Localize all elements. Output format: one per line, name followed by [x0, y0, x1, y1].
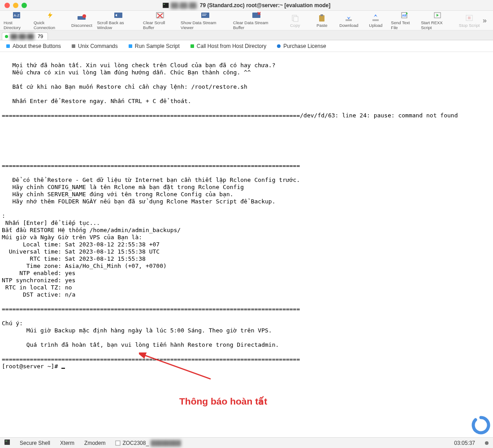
document-icon: [115, 440, 121, 446]
term-line: Hãy chỉnh CONFIG_NAME là tên Rclone mà b…: [2, 184, 244, 190]
download-button[interactable]: Download: [335, 13, 362, 29]
scroll-back-window-button[interactable]: Scroll Back as Window: [95, 10, 141, 31]
tab-label: 79: [38, 34, 43, 39]
window-titlebar: ██.██.██.79 (Standard.zoc) root@server:~…: [0, 0, 493, 11]
quicklinks-bar: About these Buttons Unix Commands Run Sa…: [0, 40, 493, 52]
traffic-lights: [0, 3, 27, 8]
run-sample-script-link[interactable]: Run Sample Script: [129, 43, 180, 49]
status-session: ZOC2308_████████: [115, 440, 181, 446]
svg-rect-14: [202, 14, 207, 14]
tab-host-blur: ██.██.██.: [10, 34, 35, 39]
paste-button[interactable]: Paste: [308, 13, 335, 29]
start-rexx-button[interactable]: Start REXX Script: [419, 10, 456, 31]
send-text-file-button[interactable]: AB Send Text File: [389, 10, 419, 31]
svg-text:AB: AB: [402, 14, 407, 17]
recaptcha-badge: [471, 416, 490, 435]
term-line: Nếu chưa có xin vui lòng làm đúng hướng …: [2, 69, 251, 76]
term-line: Time zone: Asia/Ho_Chi_Minh (+07, +0700): [2, 263, 167, 269]
quicklink-label: Unix Commands: [78, 43, 118, 49]
term-prompt: [root@server ~]#: [2, 363, 61, 370]
status-icon: [4, 439, 10, 446]
svg-rect-35: [4, 439, 10, 445]
quicklink-label: About these Buttons: [13, 43, 61, 49]
stop-script-button[interactable]: Stop Script: [456, 13, 483, 29]
term-line: Quá trình đã hoàn tất, bạn vui lòng tiến…: [2, 341, 279, 348]
toolbar-overflow-button[interactable]: »: [483, 17, 491, 25]
term-line: ========================================…: [2, 306, 300, 312]
svg-rect-2: [164, 4, 165, 4]
terminal-output[interactable]: Mọi thứ đã hoàn tất. Xin vui lòng check …: [0, 52, 493, 428]
toolbar-label: Start REXX Script: [421, 20, 454, 30]
term-line: Múi giờ Backup mặc định hàng ngày là lúc…: [2, 327, 272, 334]
session-tab[interactable]: ██.██.██.79: [2, 32, 48, 40]
session-tabstrip: ██.██.██.79: [0, 30, 493, 40]
term-line: Hãy nhớ thêm FOLDER NGÀY nếu bạn đã sử d…: [2, 198, 275, 205]
svg-rect-20: [294, 17, 298, 22]
maximize-window-button[interactable]: [22, 3, 27, 8]
clear-scroll-buffer-button[interactable]: Clear Scroll Buffer: [141, 10, 179, 31]
toolbar-label: Send Text File: [391, 20, 417, 30]
host-directory-button[interactable]: A-Z Host Directory: [2, 10, 32, 31]
minimize-window-button[interactable]: [13, 3, 18, 8]
toolbar-label: Paste: [316, 23, 327, 28]
svg-marker-5: [48, 12, 52, 18]
term-line: NTP enabled: yes: [2, 270, 75, 276]
svg-rect-37: [116, 441, 120, 445]
status-emulation: Xterm: [60, 440, 74, 446]
unix-commands-link[interactable]: Unix Commands: [72, 43, 118, 49]
connection-status-icon: [5, 35, 8, 38]
toolbar-label: Host Directory: [4, 20, 30, 30]
purchase-license-link[interactable]: Purchase License: [277, 43, 326, 49]
clear-stream-icon: [251, 11, 261, 20]
session-blur: ████████: [151, 440, 181, 446]
term-line: Bất cứ khi nào Bạn muốn Restore chỉ cần …: [2, 83, 247, 90]
svg-rect-23: [346, 19, 352, 21]
square-icon: [6, 44, 10, 48]
copy-icon: [290, 13, 300, 22]
quick-connection-button[interactable]: Quick Connection: [32, 10, 68, 31]
upload-button[interactable]: Upload: [362, 13, 389, 29]
main-toolbar: A-Z Host Directory Quick Connection Disc…: [0, 11, 493, 30]
stop-icon: [464, 13, 474, 22]
term-line: Chú ý:: [2, 320, 23, 327]
circle-icon: [277, 44, 281, 48]
term-line: RTC time: Sat 2023-08-12 15:55:38: [2, 255, 146, 262]
svg-rect-21: [319, 15, 324, 22]
term-line: Nhấn Enter để Restore ngay. Nhấn CTRL + …: [2, 98, 191, 104]
toolbar-label: Clear Data Stream Buffer: [233, 20, 280, 30]
terminal-icon: [163, 3, 169, 8]
disconnect-icon: [77, 13, 86, 22]
annotation-text: Thông báo hoàn tất: [179, 398, 267, 405]
svg-rect-33: [468, 17, 471, 19]
download-icon: [344, 13, 354, 22]
square-icon: [190, 44, 194, 48]
lightning-icon: [45, 11, 55, 20]
cursor: [61, 368, 65, 369]
call-host-link[interactable]: Call Host from Host Directory: [190, 43, 266, 49]
term-line: RTC in local TZ: no: [2, 284, 72, 291]
term-line: Nhấn [Enter] để tiếp tục...: [2, 220, 100, 226]
square-icon: [129, 44, 132, 48]
term-line: Hãy chỉnh SERVER_NAME đúng với tên trong…: [2, 191, 234, 198]
clear-data-stream-button[interactable]: Clear Data Stream Buffer: [231, 10, 281, 31]
term-line: Để có thể Restore - Get dữ liệu từ Inter…: [2, 177, 300, 183]
quicklink-label: Call Host from Host Directory: [197, 43, 266, 49]
term-line: Múi giờ và Ngày Giờ trên VPS của Bạn là:: [2, 234, 142, 241]
svg-text:A-Z: A-Z: [14, 13, 20, 17]
svg-rect-1: [163, 3, 169, 8]
paste-icon: [317, 13, 327, 22]
toolbar-label: Stop Script: [459, 23, 480, 28]
toolbar-label: Scroll Back as Window: [97, 20, 139, 30]
data-stream-icon: [200, 11, 210, 20]
toolbar-label: Download: [339, 23, 358, 28]
show-data-stream-button[interactable]: Show Data Stream Viewer: [179, 10, 231, 31]
copy-button[interactable]: Copy: [281, 13, 308, 29]
svg-line-34: [143, 355, 211, 379]
quicklink-label: Purchase License: [283, 43, 326, 49]
about-buttons-link[interactable]: About these Buttons: [6, 43, 61, 49]
close-window-button[interactable]: [4, 3, 10, 8]
disconnect-button[interactable]: Disconnect: [68, 13, 95, 29]
status-indicator-icon: [485, 441, 489, 445]
svg-rect-36: [5, 441, 7, 441]
svg-point-7: [82, 14, 86, 18]
